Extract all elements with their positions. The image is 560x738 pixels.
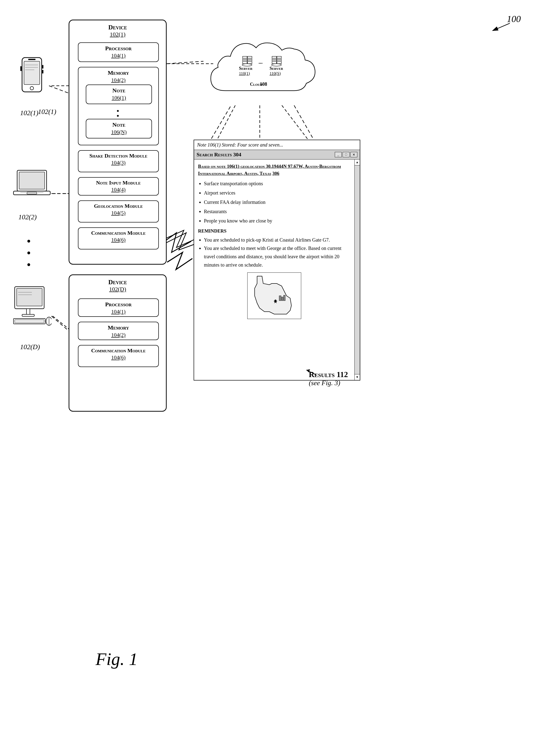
svg-rect-47 (42, 70, 43, 73)
svg-rect-26 (272, 61, 276, 62)
reminders-header: REMINDERS (198, 228, 350, 234)
geo-ref: 306 (272, 171, 279, 176)
device1-outside-ref: 102(1) (38, 108, 56, 116)
desktop-icon (12, 286, 51, 331)
svg-rect-29 (277, 59, 281, 60)
note-n-box: Note 106(N) (86, 119, 152, 138)
comm-1-box: Communication Module 104(6) (78, 228, 159, 250)
results-title-bar: Search Results 304 _ □ ✕ (194, 150, 360, 159)
scrollbar-track (355, 165, 360, 374)
results-label-main: Results 112 (309, 370, 348, 379)
laptop-icon (12, 169, 51, 204)
memory-2-box: Memory 104(2) (78, 322, 159, 340)
svg-rect-20 (248, 61, 252, 62)
device2-outside-label: 102(2) (18, 213, 37, 221)
device-1-box: Device 102(1) Processor 104(1) Memory 10… (69, 20, 167, 265)
deviceD-outside-label: 102(D) (20, 343, 40, 351)
shake-detection-box: Shake Detection Module 104(3) (78, 150, 159, 172)
bullet-list: Surface transportation options Airport s… (204, 179, 350, 225)
reminder-item-2: You are scheduled to meet with George at… (204, 244, 350, 269)
list-item: People you know who are close by (204, 217, 350, 225)
scrollbar-up-button[interactable]: ▲ (355, 159, 360, 165)
svg-point-44 (30, 86, 34, 90)
svg-rect-62 (15, 320, 44, 323)
svg-rect-15 (243, 59, 247, 60)
close-button[interactable]: ✕ (350, 152, 357, 157)
svg-rect-30 (277, 61, 281, 62)
svg-line-71 (294, 105, 314, 140)
svg-line-69 (167, 61, 204, 64)
results-label-sub: (see Fig. 3) (309, 379, 348, 387)
device-dots: ••• (27, 235, 32, 271)
scrollbar-down-button[interactable]: ▼ (355, 374, 360, 380)
minimize-button[interactable]: _ (335, 152, 342, 157)
results-content: Based on note 106(1) geolocation 30.1944… (194, 159, 360, 380)
svg-rect-24 (272, 58, 276, 59)
device-2-box: Device 102(D) Processor 104(1) Memory 10… (69, 275, 167, 412)
figure-label: Fig. 1 (95, 649, 138, 669)
cloud-group: Server 110(1) ... Server (201, 32, 338, 106)
svg-rect-39 (284, 295, 285, 301)
svg-rect-52 (19, 172, 45, 189)
device2-label: Device 102(D) (69, 275, 166, 293)
svg-text:110(S): 110(S) (270, 71, 281, 76)
svg-rect-60 (22, 314, 34, 316)
note-input-box: Note Input Module 104(4) (78, 177, 159, 196)
svg-rect-18 (248, 58, 252, 59)
scrollbar[interactable]: ▲ ▼ (354, 159, 360, 380)
ref-100-label: 100 (507, 13, 521, 24)
svg-line-70 (211, 106, 230, 140)
device1-outside-label: 102(1) (20, 109, 38, 117)
geo-header: Based on note 106(1) geolocation 30.1944… (198, 163, 350, 177)
svg-text:Server: Server (239, 66, 253, 71)
list-item: Restaurants (204, 207, 350, 216)
reminder-item-1: You are scheduled to pick-up Kristi at C… (204, 236, 350, 244)
list-item: Surface transportation options (204, 179, 350, 188)
svg-rect-37 (279, 296, 281, 301)
svg-rect-54 (27, 192, 37, 194)
svg-rect-46 (42, 65, 43, 69)
svg-rect-59 (26, 309, 30, 315)
svg-text:110(1): 110(1) (239, 71, 250, 76)
window-controls[interactable]: _ □ ✕ (335, 152, 357, 157)
svg-rect-38 (282, 297, 283, 301)
svg-text:...: ... (259, 59, 263, 65)
svg-rect-16 (243, 61, 247, 62)
svg-rect-45 (20, 66, 22, 71)
texas-map (247, 273, 301, 319)
svg-rect-25 (272, 59, 276, 60)
svg-text:108: 108 (260, 81, 267, 87)
results-main: Based on note 106(1) geolocation 30.1944… (194, 159, 354, 380)
geo-box: Geolocation Module 104(5) (78, 201, 159, 223)
processor-2-box: Processor 104(1) (78, 298, 159, 317)
svg-line-74 (51, 316, 69, 331)
device1-label: Device 102(1) (69, 20, 166, 38)
svg-point-63 (46, 317, 51, 325)
list-item: Current FAA delay information (204, 198, 350, 206)
svg-rect-28 (277, 58, 281, 59)
memory-1-box: Memory 104(2) Note 106(1) • • Note 106(N… (78, 67, 159, 145)
list-item: Airport services (204, 189, 350, 197)
results-window: Note 106(1) Stored: Four score and seven… (194, 140, 360, 381)
note-bar-text: Note 106(1) Stored: Four score and seven… (197, 142, 283, 147)
processor-1-box: Processor 104(1) (78, 42, 159, 62)
svg-line-67 (49, 86, 69, 93)
svg-text:Server: Server (270, 66, 283, 71)
results-title: Search Results 304 (197, 151, 241, 158)
maximize-button[interactable]: □ (343, 152, 349, 157)
svg-rect-19 (248, 59, 252, 60)
smartphone-icon (16, 56, 48, 101)
comm-2-box: Communication Module 104(6) (78, 345, 159, 367)
note-1-box: Note 106(1) (86, 84, 152, 104)
geo-text: Based on note 106(1) geolocation 30.1944… (198, 164, 341, 176)
results-note-bar: Note 106(1) Stored: Four score and seven… (194, 140, 360, 150)
results-112-label: Results 112 (see Fig. 3) (309, 370, 348, 387)
svg-point-21 (242, 64, 252, 66)
svg-line-2 (493, 23, 510, 31)
svg-line-7 (53, 316, 71, 331)
reminders-list: You are scheduled to pick-up Kristi at C… (204, 236, 350, 269)
svg-rect-43 (28, 59, 35, 60)
svg-rect-14 (243, 58, 247, 59)
svg-rect-58 (17, 288, 42, 306)
